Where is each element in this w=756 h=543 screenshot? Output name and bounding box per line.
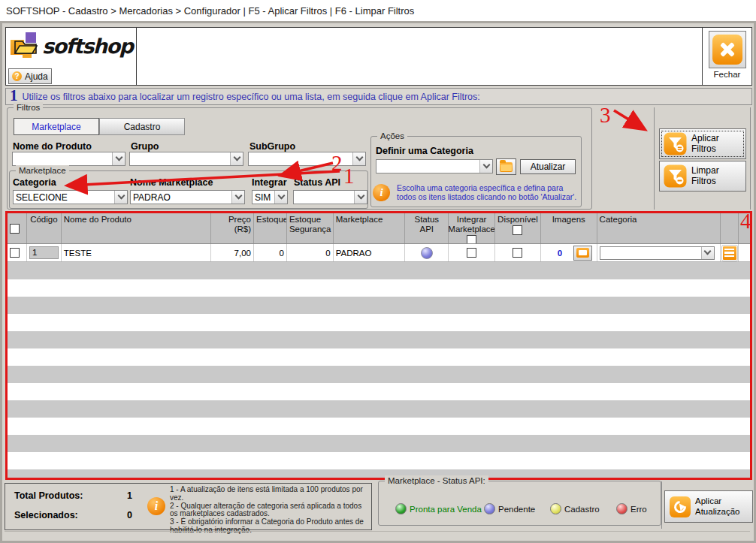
grupo-combobox[interactable] xyxy=(129,152,243,166)
legend-erro-label: Erro xyxy=(631,505,647,514)
chevron-down-icon[interactable] xyxy=(479,160,492,173)
yellow-orb-icon xyxy=(550,503,561,514)
integrar-label: Integrar xyxy=(252,177,287,188)
row-imagens-cell: 0 xyxy=(541,244,597,261)
instruction-text: Utilize os filtros abaixo para localizar… xyxy=(23,92,480,102)
disponivel-all-checkbox[interactable] xyxy=(513,225,522,235)
integrar-all-checkbox[interactable] xyxy=(467,235,476,243)
col-integrar-marketplace[interactable]: Integrar Marketplace xyxy=(449,213,495,243)
total-produtos-label: Total Produtos: xyxy=(14,490,83,501)
atualizar-button[interactable]: Atualizar xyxy=(520,159,576,174)
legend-pendente-label: Pendente xyxy=(498,505,535,514)
chevron-down-icon[interactable] xyxy=(114,191,127,204)
col-imagens[interactable]: Imagens xyxy=(541,213,597,243)
footer-bottom-line xyxy=(5,531,750,532)
close-box: Fechar xyxy=(702,28,751,85)
table-header-row: Código Nome do Produto Preço (R$) Estoqu… xyxy=(8,213,750,244)
close-button[interactable] xyxy=(709,31,746,68)
chevron-down-icon[interactable] xyxy=(231,191,244,204)
green-orb-icon xyxy=(395,503,407,514)
integrar-combobox[interactable]: SIM xyxy=(252,190,288,204)
row-menu-button[interactable] xyxy=(722,246,737,261)
status-api-combobox[interactable] xyxy=(293,190,367,204)
acoes-group: Ações Definir uma Categoria Atualizar i … xyxy=(370,136,582,207)
browse-category-button[interactable] xyxy=(496,158,516,175)
categoria-value: SELECIONE xyxy=(14,191,114,204)
col-preco[interactable]: Preço (R$) xyxy=(211,213,254,243)
aplicar-atualizacao-button[interactable]: Aplicar Atualização xyxy=(664,490,753,523)
row-estoque-cell: 0 xyxy=(254,244,287,261)
subgrupo-combobox[interactable] xyxy=(248,152,366,166)
legend-item-erro: Erro xyxy=(616,503,647,514)
chevron-down-icon[interactable] xyxy=(354,191,367,204)
col-marketplace[interactable]: Marketplace xyxy=(334,213,406,243)
tab-marketplace[interactable]: Marketplace xyxy=(14,118,99,135)
app-root: SOFTSHOP - Cadastro > Mercadorias > Conf… xyxy=(0,0,756,543)
chevron-down-icon[interactable] xyxy=(230,152,243,165)
note-line: 3 - É obrigatório informar a Categoria d… xyxy=(170,518,369,535)
col-nome-produto[interactable]: Nome do Produto xyxy=(62,213,211,243)
total-produtos-value: 1 xyxy=(127,490,132,501)
nome-produto-value xyxy=(13,152,112,165)
acoes-group-label: Ações xyxy=(377,131,407,141)
logo-box: softshop ? Ajuda xyxy=(6,28,137,85)
filtros-group-label: Filtros xyxy=(14,102,43,113)
imagens-button[interactable] xyxy=(573,246,592,261)
close-icon xyxy=(712,35,742,65)
note-line: 2 - Qualquer alteração de categoria será… xyxy=(170,502,369,519)
row-filler-cell xyxy=(739,244,750,261)
legend-item-pronta: Pronta para Venda xyxy=(395,503,482,514)
subgrupo-label: SubGrupo xyxy=(249,141,295,152)
legend-item-cadastro: Cadastro xyxy=(550,503,600,514)
col-codigo[interactable]: Código xyxy=(27,213,62,243)
chevron-down-icon[interactable] xyxy=(112,152,125,165)
nome-marketplace-label: Nome Marketplace xyxy=(130,177,213,188)
col-actions xyxy=(721,213,739,243)
row-marketplace-cell: PADRAO xyxy=(334,244,406,261)
nome-produto-combobox[interactable] xyxy=(12,152,125,166)
image-icon xyxy=(576,248,589,258)
limpar-filtros-button[interactable]: Limpar Filtros xyxy=(659,161,746,192)
status-api-label: Status API xyxy=(294,177,340,188)
row-actions-cell xyxy=(721,244,739,261)
selecionados-value: 0 xyxy=(127,510,132,520)
chevron-down-icon[interactable] xyxy=(701,247,714,259)
col-estoque-seguranca[interactable]: Estoque Segurança xyxy=(287,213,334,243)
aplicar-filtros-button[interactable]: Aplicar Filtros xyxy=(659,128,746,159)
totals-box: Total Produtos: 1 Selecionados: 0 xyxy=(5,483,142,530)
help-button[interactable]: ? Ajuda xyxy=(8,68,52,84)
logo-text: softshop xyxy=(42,35,132,58)
tab-cadastro[interactable]: Cadastro xyxy=(99,118,185,135)
row-codigo-cell: 1 xyxy=(27,244,62,261)
grupo-label: Grupo xyxy=(131,141,159,152)
row-categoria-combobox[interactable] xyxy=(600,246,715,260)
chevron-down-icon[interactable] xyxy=(274,191,287,204)
footer-divider xyxy=(661,481,662,529)
grupo-value xyxy=(130,152,230,165)
integrar-value: SIM xyxy=(253,191,274,204)
col-disponivel[interactable]: Disponível xyxy=(495,213,541,243)
marketplace-group-label: Marketplace xyxy=(16,165,69,176)
col-categoria[interactable]: Categoria xyxy=(597,213,721,243)
softshop-logo-icon xyxy=(11,32,41,59)
refresh-icon xyxy=(670,496,691,517)
nome-produto-label: Nome do Produto xyxy=(13,141,92,152)
aplicar-filtros-label: Aplicar Filtros xyxy=(691,134,745,153)
select-all-checkbox[interactable] xyxy=(10,224,20,234)
col-estoque[interactable]: Estoque xyxy=(254,213,287,243)
imagens-count: 0 xyxy=(558,249,562,258)
select-all-cell xyxy=(8,213,27,243)
col-status-api[interactable]: Status API xyxy=(405,213,449,243)
filter-actions-panel: Aplicar Filtros Limpar Filtros xyxy=(654,107,751,210)
table-row[interactable]: 1 TESTE 7,00 0 0 PADRAO 0 xyxy=(8,244,750,262)
definir-categoria-combobox[interactable] xyxy=(376,159,493,173)
chevron-down-icon[interactable] xyxy=(352,152,365,165)
disponivel-checkbox[interactable] xyxy=(513,248,522,258)
row-select-cell xyxy=(8,244,27,261)
integrar-checkbox[interactable] xyxy=(467,248,476,258)
row-checkbox[interactable] xyxy=(10,248,20,258)
categoria-combobox[interactable]: SELECIONE xyxy=(13,190,128,204)
row-disponivel-cell xyxy=(495,244,541,261)
nome-marketplace-combobox[interactable]: PADRAO xyxy=(130,190,245,204)
app-logo: softshop xyxy=(11,32,132,59)
